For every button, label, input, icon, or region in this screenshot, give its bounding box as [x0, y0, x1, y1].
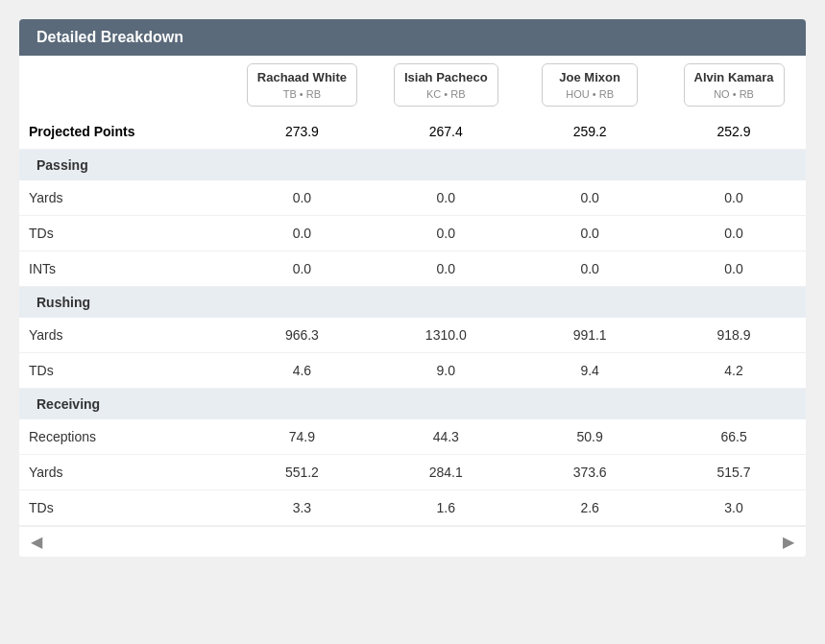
player-name-3: Alvin Kamara — [694, 70, 774, 86]
player-header-1: Isiah PachecoKC • RB — [374, 56, 518, 114]
row-value-0-1-2: 0.0 — [518, 215, 662, 250]
row-value-1-1-3: 4.2 — [662, 352, 806, 388]
row-value-0-2-2: 0.0 — [518, 250, 662, 286]
scroll-right-arrow[interactable]: ▶ — [783, 533, 794, 551]
row-label-0-1: TDs — [19, 215, 230, 250]
section-header-2: Receiving — [19, 388, 806, 419]
table-wrapper: Rachaad WhiteTB • RBIsiah PachecoKC • RB… — [19, 56, 806, 526]
row-value-1-0-0: 966.3 — [230, 318, 374, 353]
row-value-2-1-3: 515.7 — [662, 454, 806, 489]
player-header-2: Joe MixonHOU • RB — [518, 56, 662, 114]
page-title: Detailed Breakdown — [36, 29, 183, 45]
section-title-0: Passing — [19, 149, 806, 180]
row-label-1-1: TDs — [19, 352, 230, 388]
player-header-0: Rachaad WhiteTB • RB — [230, 56, 374, 114]
row-value-2-2-1: 1.6 — [374, 489, 518, 525]
player-header-row: Rachaad WhiteTB • RBIsiah PachecoKC • RB… — [19, 56, 806, 114]
row-label-2-2: TDs — [19, 489, 230, 525]
projected-points-value-1: 267.4 — [374, 114, 518, 150]
projected-points-row: Projected Points273.9267.4259.2252.9 — [19, 114, 806, 150]
breakdown-table: Rachaad WhiteTB • RBIsiah PachecoKC • RB… — [19, 56, 806, 526]
row-value-1-0-3: 918.9 — [662, 318, 806, 353]
player-name-0: Rachaad White — [257, 70, 347, 86]
row-value-2-0-1: 44.3 — [374, 419, 518, 455]
data-row-2-1: Yards551.2284.1373.6515.7 — [19, 454, 806, 489]
row-value-0-0-1: 0.0 — [374, 180, 518, 216]
section-header-bar: Detailed Breakdown — [19, 19, 806, 56]
row-value-1-1-1: 9.0 — [374, 352, 518, 388]
data-row-0-1: TDs0.00.00.00.0 — [19, 215, 806, 250]
data-row-1-0: Yards966.31310.0991.1918.9 — [19, 318, 806, 353]
player-name-2: Joe Mixon — [552, 70, 627, 86]
data-row-0-0: Yards0.00.00.00.0 — [19, 180, 806, 216]
row-label-0-0: Yards — [19, 180, 230, 216]
section-title-2: Receiving — [19, 388, 806, 419]
section-header-0: Passing — [19, 149, 806, 180]
player-team-2: HOU • RB — [552, 88, 627, 100]
data-row-1-1: TDs4.69.09.44.2 — [19, 352, 806, 388]
row-value-2-0-2: 50.9 — [518, 419, 662, 455]
row-value-0-1-1: 0.0 — [374, 215, 518, 250]
projected-points-label: Projected Points — [19, 114, 230, 150]
player-card-3: Alvin KamaraNO • RB — [684, 63, 785, 107]
row-value-2-1-1: 284.1 — [374, 454, 518, 489]
scroll-left-arrow[interactable]: ◀ — [31, 533, 42, 551]
row-value-2-2-2: 2.6 — [518, 489, 662, 525]
row-value-1-1-0: 4.6 — [230, 352, 374, 388]
player-team-0: TB • RB — [257, 88, 347, 100]
row-label-2-1: Yards — [19, 454, 230, 489]
row-value-0-2-0: 0.0 — [230, 250, 374, 286]
row-value-0-0-3: 0.0 — [662, 180, 806, 216]
row-label-0-2: INTs — [19, 250, 230, 286]
data-row-2-0: Receptions74.944.350.966.5 — [19, 419, 806, 455]
row-value-0-0-2: 0.0 — [518, 180, 662, 216]
row-value-0-1-3: 0.0 — [662, 215, 806, 250]
row-value-0-1-0: 0.0 — [230, 215, 374, 250]
row-label-1-0: Yards — [19, 318, 230, 353]
player-card-1: Isiah PachecoKC • RB — [394, 63, 498, 107]
projected-points-value-0: 273.9 — [230, 114, 374, 150]
projected-points-value-2: 259.2 — [518, 114, 662, 150]
player-team-1: KC • RB — [404, 88, 488, 100]
row-value-2-2-3: 3.0 — [662, 489, 806, 525]
player-card-0: Rachaad WhiteTB • RB — [247, 63, 357, 107]
row-label-2-0: Receptions — [19, 419, 230, 455]
player-header-3: Alvin KamaraNO • RB — [662, 56, 806, 114]
section-title-1: Rushing — [19, 286, 806, 318]
player-name-1: Isiah Pacheco — [404, 70, 488, 86]
player-card-2: Joe MixonHOU • RB — [542, 63, 638, 107]
scroll-bar: ◀ ▶ — [19, 526, 806, 557]
row-value-2-0-0: 74.9 — [230, 419, 374, 455]
row-value-2-0-3: 66.5 — [662, 419, 806, 455]
row-value-2-1-2: 373.6 — [518, 454, 662, 489]
projected-points-value-3: 252.9 — [662, 114, 806, 150]
row-value-1-0-1: 1310.0 — [374, 318, 518, 353]
row-value-2-2-0: 3.3 — [230, 489, 374, 525]
row-value-1-0-2: 991.1 — [518, 318, 662, 353]
row-value-1-1-2: 9.4 — [518, 352, 662, 388]
data-row-0-2: INTs0.00.00.00.0 — [19, 250, 806, 286]
main-container: Detailed Breakdown Rachaad WhiteTB • RBI… — [19, 19, 806, 557]
row-value-0-0-0: 0.0 — [230, 180, 374, 216]
player-team-3: NO • RB — [694, 88, 774, 100]
row-value-2-1-0: 551.2 — [230, 454, 374, 489]
data-row-2-2: TDs3.31.62.63.0 — [19, 489, 806, 525]
row-value-0-2-1: 0.0 — [374, 250, 518, 286]
section-header-1: Rushing — [19, 286, 806, 318]
row-value-0-2-3: 0.0 — [662, 250, 806, 286]
